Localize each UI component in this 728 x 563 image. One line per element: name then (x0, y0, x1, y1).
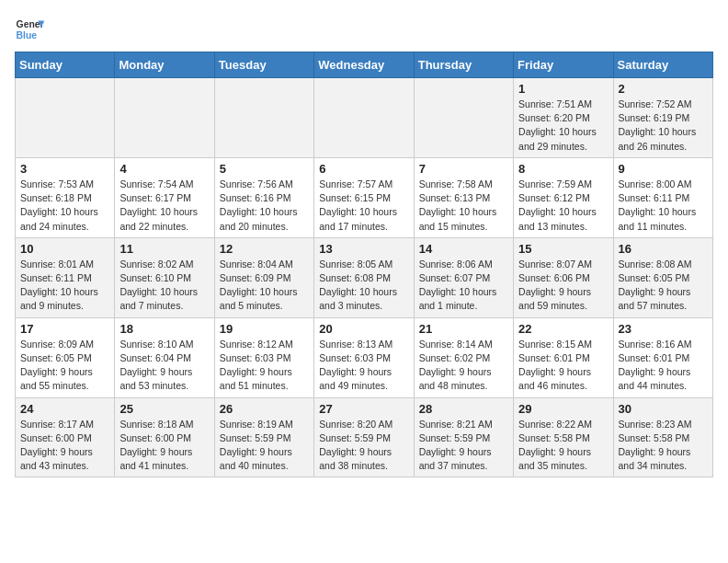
calendar-cell: 22Sunrise: 8:15 AM Sunset: 6:01 PM Dayli… (514, 317, 613, 397)
calendar-cell: 10Sunrise: 8:01 AM Sunset: 6:11 PM Dayli… (16, 237, 115, 317)
day-number: 26 (220, 402, 309, 416)
day-number: 23 (619, 322, 708, 336)
day-info: Sunrise: 8:13 AM Sunset: 6:03 PM Dayligh… (319, 338, 408, 394)
calendar-body: 1Sunrise: 7:51 AM Sunset: 6:20 PM Daylig… (16, 78, 713, 477)
day-number: 6 (319, 162, 408, 176)
calendar-cell (314, 78, 414, 158)
day-info: Sunrise: 8:19 AM Sunset: 5:59 PM Dayligh… (220, 418, 309, 474)
day-number: 21 (419, 322, 508, 336)
day-number: 1 (518, 82, 608, 96)
day-info: Sunrise: 8:18 AM Sunset: 6:00 PM Dayligh… (119, 418, 209, 474)
day-number: 20 (319, 322, 408, 336)
day-info: Sunrise: 7:52 AM Sunset: 6:19 PM Dayligh… (619, 98, 708, 154)
day-info: Sunrise: 7:54 AM Sunset: 6:17 PM Dayligh… (119, 178, 209, 234)
calendar-cell: 13Sunrise: 8:05 AM Sunset: 6:08 PM Dayli… (314, 237, 414, 317)
header: General Blue (15, 15, 713, 44)
day-number: 15 (518, 242, 608, 256)
day-info: Sunrise: 8:14 AM Sunset: 6:02 PM Dayligh… (419, 338, 508, 394)
day-number: 16 (619, 242, 708, 256)
day-number: 19 (220, 322, 309, 336)
calendar-cell: 29Sunrise: 8:22 AM Sunset: 5:58 PM Dayli… (514, 397, 613, 477)
calendar-week-row: 3Sunrise: 7:53 AM Sunset: 6:18 PM Daylig… (16, 157, 713, 237)
day-info: Sunrise: 7:58 AM Sunset: 6:13 PM Dayligh… (419, 178, 508, 234)
day-number: 14 (419, 242, 508, 256)
calendar-cell: 27Sunrise: 8:20 AM Sunset: 5:59 PM Dayli… (314, 397, 414, 477)
calendar-cell: 24Sunrise: 8:17 AM Sunset: 6:00 PM Dayli… (16, 397, 115, 477)
day-number: 5 (220, 162, 309, 176)
svg-text:Blue: Blue (17, 30, 38, 40)
calendar-week-row: 17Sunrise: 8:09 AM Sunset: 6:05 PM Dayli… (16, 317, 713, 397)
day-number: 13 (319, 242, 408, 256)
day-info: Sunrise: 8:05 AM Sunset: 6:08 PM Dayligh… (319, 258, 408, 314)
calendar-cell (16, 78, 115, 158)
day-number: 11 (119, 242, 209, 256)
calendar-cell: 21Sunrise: 8:14 AM Sunset: 6:02 PM Dayli… (414, 317, 513, 397)
day-number: 8 (518, 162, 608, 176)
calendar-cell: 30Sunrise: 8:23 AM Sunset: 5:58 PM Dayli… (613, 397, 712, 477)
day-info: Sunrise: 8:23 AM Sunset: 5:58 PM Dayligh… (619, 418, 708, 474)
calendar-cell: 4Sunrise: 7:54 AM Sunset: 6:17 PM Daylig… (115, 157, 214, 237)
weekday-header: Monday (115, 52, 214, 78)
calendar-cell: 15Sunrise: 8:07 AM Sunset: 6:06 PM Dayli… (514, 237, 613, 317)
day-info: Sunrise: 8:01 AM Sunset: 6:11 PM Dayligh… (20, 258, 109, 314)
calendar-cell (414, 78, 513, 158)
calendar-week-row: 24Sunrise: 8:17 AM Sunset: 6:00 PM Dayli… (16, 397, 713, 477)
day-number: 7 (419, 162, 508, 176)
weekday-header: Friday (514, 52, 613, 78)
day-number: 18 (119, 322, 209, 336)
day-info: Sunrise: 8:02 AM Sunset: 6:10 PM Dayligh… (119, 258, 209, 314)
day-number: 25 (119, 402, 209, 416)
logo-icon: General Blue (15, 15, 44, 44)
calendar-header: SundayMondayTuesdayWednesdayThursdayFrid… (16, 52, 713, 78)
calendar-cell: 17Sunrise: 8:09 AM Sunset: 6:05 PM Dayli… (16, 317, 115, 397)
day-info: Sunrise: 7:51 AM Sunset: 6:20 PM Dayligh… (518, 98, 608, 154)
day-info: Sunrise: 8:08 AM Sunset: 6:05 PM Dayligh… (619, 258, 708, 314)
calendar-cell: 26Sunrise: 8:19 AM Sunset: 5:59 PM Dayli… (214, 397, 313, 477)
calendar-week-row: 10Sunrise: 8:01 AM Sunset: 6:11 PM Dayli… (16, 237, 713, 317)
calendar-cell: 9Sunrise: 8:00 AM Sunset: 6:11 PM Daylig… (613, 157, 712, 237)
calendar-cell: 25Sunrise: 8:18 AM Sunset: 6:00 PM Dayli… (115, 397, 214, 477)
day-number: 22 (518, 322, 608, 336)
calendar-table: SundayMondayTuesdayWednesdayThursdayFrid… (15, 52, 713, 477)
day-info: Sunrise: 8:09 AM Sunset: 6:05 PM Dayligh… (20, 338, 109, 394)
day-number: 24 (20, 402, 109, 416)
day-number: 30 (619, 402, 708, 416)
day-info: Sunrise: 7:56 AM Sunset: 6:16 PM Dayligh… (220, 178, 309, 234)
day-info: Sunrise: 8:07 AM Sunset: 6:06 PM Dayligh… (518, 258, 608, 314)
calendar-cell: 6Sunrise: 7:57 AM Sunset: 6:15 PM Daylig… (314, 157, 414, 237)
calendar-cell (115, 78, 214, 158)
calendar-cell: 14Sunrise: 8:06 AM Sunset: 6:07 PM Dayli… (414, 237, 513, 317)
day-number: 28 (419, 402, 508, 416)
day-info: Sunrise: 7:59 AM Sunset: 6:12 PM Dayligh… (518, 178, 608, 234)
weekday-header: Tuesday (214, 52, 313, 78)
day-number: 4 (119, 162, 209, 176)
logo: General Blue (15, 15, 44, 44)
calendar-cell: 11Sunrise: 8:02 AM Sunset: 6:10 PM Dayli… (115, 237, 214, 317)
calendar-cell: 19Sunrise: 8:12 AM Sunset: 6:03 PM Dayli… (214, 317, 313, 397)
calendar-week-row: 1Sunrise: 7:51 AM Sunset: 6:20 PM Daylig… (16, 78, 713, 158)
calendar-cell: 23Sunrise: 8:16 AM Sunset: 6:01 PM Dayli… (613, 317, 712, 397)
weekday-header: Thursday (414, 52, 513, 78)
day-info: Sunrise: 8:21 AM Sunset: 5:59 PM Dayligh… (419, 418, 508, 474)
day-info: Sunrise: 7:53 AM Sunset: 6:18 PM Dayligh… (20, 178, 109, 234)
day-number: 10 (20, 242, 109, 256)
day-number: 2 (619, 82, 708, 96)
calendar-cell: 7Sunrise: 7:58 AM Sunset: 6:13 PM Daylig… (414, 157, 513, 237)
calendar-cell: 2Sunrise: 7:52 AM Sunset: 6:19 PM Daylig… (613, 78, 712, 158)
day-number: 27 (319, 402, 408, 416)
day-number: 9 (619, 162, 708, 176)
day-info: Sunrise: 8:06 AM Sunset: 6:07 PM Dayligh… (419, 258, 508, 314)
day-info: Sunrise: 8:15 AM Sunset: 6:01 PM Dayligh… (518, 338, 608, 394)
calendar-cell: 28Sunrise: 8:21 AM Sunset: 5:59 PM Dayli… (414, 397, 513, 477)
calendar-cell: 8Sunrise: 7:59 AM Sunset: 6:12 PM Daylig… (514, 157, 613, 237)
calendar-cell: 5Sunrise: 7:56 AM Sunset: 6:16 PM Daylig… (214, 157, 313, 237)
day-info: Sunrise: 8:04 AM Sunset: 6:09 PM Dayligh… (220, 258, 309, 314)
day-info: Sunrise: 7:57 AM Sunset: 6:15 PM Dayligh… (319, 178, 408, 234)
day-info: Sunrise: 8:12 AM Sunset: 6:03 PM Dayligh… (220, 338, 309, 394)
calendar-cell: 18Sunrise: 8:10 AM Sunset: 6:04 PM Dayli… (115, 317, 214, 397)
day-info: Sunrise: 8:17 AM Sunset: 6:00 PM Dayligh… (20, 418, 109, 474)
day-info: Sunrise: 8:20 AM Sunset: 5:59 PM Dayligh… (319, 418, 408, 474)
day-info: Sunrise: 8:00 AM Sunset: 6:11 PM Dayligh… (619, 178, 708, 234)
calendar-cell: 3Sunrise: 7:53 AM Sunset: 6:18 PM Daylig… (16, 157, 115, 237)
weekday-header: Saturday (613, 52, 712, 78)
